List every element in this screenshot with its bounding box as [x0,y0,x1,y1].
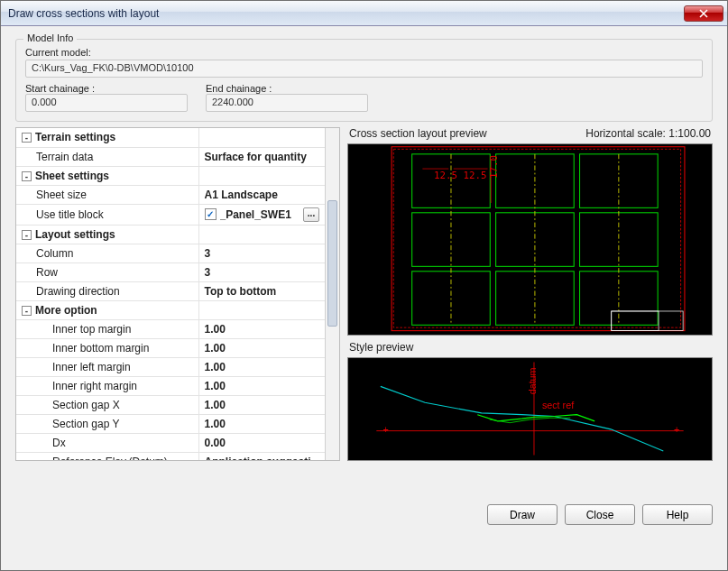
section-gap-x-label[interactable]: Section gap X [16,395,198,414]
section-gap-y-value[interactable]: 1.00 [198,414,325,433]
style-preview-label: Style preview [349,341,413,354]
reference-elev-value[interactable]: Application suggesti [198,452,325,460]
inner-bottom-margin-label[interactable]: Inner bottom margin [16,338,198,357]
collapse-icon[interactable]: - [22,171,32,181]
close-button[interactable]: Close [565,504,635,525]
inner-top-margin-label[interactable]: Inner top margin [16,319,198,338]
inner-left-margin-value[interactable]: 1.00 [198,357,325,376]
inner-bottom-margin-value[interactable]: 1.00 [198,338,325,357]
section-gap-y-label[interactable]: Section gap Y [16,414,198,433]
sheet-size-value[interactable]: A1 Landscape [198,185,325,204]
start-chainage-field: 0.000 [25,94,188,112]
model-info-legend: Model Info [23,32,77,43]
use-title-block-checkbox[interactable]: ✓ [205,208,217,220]
layout-settings-header: Layout settings [35,228,115,241]
close-icon [699,9,708,18]
sheet-size-label[interactable]: Sheet size [16,185,198,204]
end-chainage-label: End chainage : [206,83,368,94]
svg-text:+: + [382,424,388,435]
model-info-group: Model Info Current model: C:\Kurs_Vag_FK… [15,39,713,122]
dx-label[interactable]: Dx [16,433,198,452]
collapse-icon[interactable]: - [22,230,32,240]
window-close-button[interactable] [684,5,723,22]
dim-text: 12.5 [434,170,457,181]
row-label[interactable]: Row [16,262,198,281]
column-label[interactable]: Column [16,244,198,262]
title-bar[interactable]: Draw cross sections with layout [1,1,727,26]
reference-elev-label[interactable]: Reference Elev.(Datum) [16,452,198,460]
more-option-header: More option [35,304,97,317]
client-area: Model Info Current model: C:\Kurs_Vag_FK… [1,26,727,570]
settings-tree: -Terrain settings Terrain dataSurface fo… [15,127,340,461]
inner-top-margin-value[interactable]: 1.00 [198,319,325,338]
dialog-button-row: Draw Close Help [15,504,713,525]
help-button[interactable]: Help [642,504,713,525]
section-gap-x-value[interactable]: 1.00 [198,395,325,414]
drawing-direction-value[interactable]: Top to bottom [198,281,325,300]
scrollbar-thumb[interactable] [327,200,337,327]
inner-left-margin-label[interactable]: Inner left margin [16,357,198,376]
use-title-block-value: _Panel_SWE1 [220,208,300,221]
draw-button[interactable]: Draw [487,504,558,525]
dialog-window: Draw cross sections with layout Model In… [0,0,728,571]
use-title-block-label[interactable]: Use title block [16,204,198,225]
row-value[interactable]: 3 [198,262,325,281]
style-preview-canvas[interactable]: + + datum sect ref [347,357,713,461]
dx-value[interactable]: 0.00 [198,433,325,452]
settings-grid[interactable]: -Terrain settings Terrain dataSurface fo… [16,128,325,460]
collapse-icon[interactable]: - [22,306,32,316]
svg-text:+: + [674,424,679,435]
terrain-settings-header: Terrain settings [35,131,115,143]
current-model-label: Current model: [25,47,703,58]
current-model-field: C:\Kurs_Vag_FK\0-DB\VMOD\10100 [25,60,703,78]
inner-right-margin-value[interactable]: 1.00 [198,376,325,395]
end-chainage-field: 2240.000 [206,94,368,112]
layout-preview-canvas[interactable]: 12.5 12.5 17.0 [347,143,713,336]
window-title: Draw cross sections with layout [8,7,684,20]
layout-preview-label: Cross section layout preview [349,127,487,140]
svg-text:datum: datum [527,368,538,395]
terrain-data-value[interactable]: Surface for quantity [198,147,325,166]
horizontal-scale-label: Horizontal scale: 1:100.00 [585,127,711,140]
inner-right-margin-label[interactable]: Inner right margin [16,376,198,395]
drawing-direction-label[interactable]: Drawing direction [16,281,198,300]
browse-title-block-button[interactable]: ... [303,207,319,222]
dim-text: 17.0 [488,155,500,179]
svg-text:sect ref: sect ref [542,400,574,410]
settings-scrollbar[interactable] [325,128,339,460]
collapse-icon[interactable]: - [22,133,32,143]
dim-text: 12.5 [464,170,487,181]
sheet-settings-header: Sheet settings [35,170,109,182]
start-chainage-label: Start chainage : [25,83,188,94]
terrain-data-label[interactable]: Terrain data [16,147,198,166]
column-value[interactable]: 3 [198,244,325,262]
